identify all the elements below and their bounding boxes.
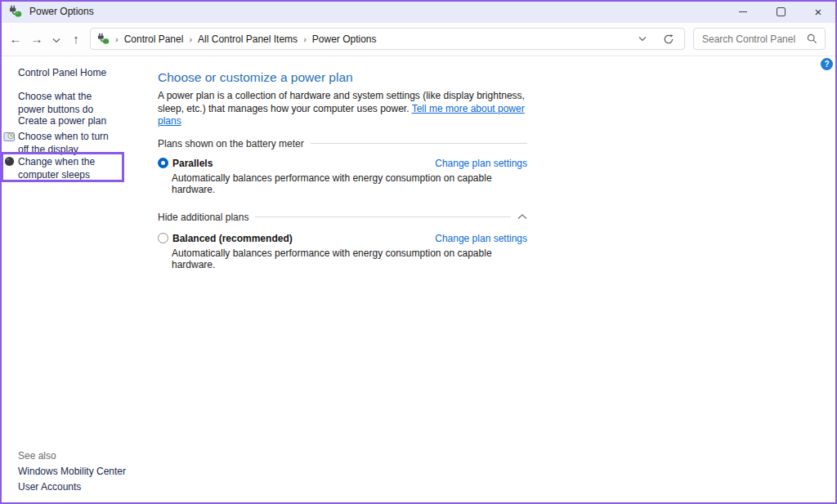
title-bar: Power Options × xyxy=(0,0,837,23)
window-title: Power Options xyxy=(29,6,94,17)
sidebar-item-windows-mobility-center[interactable]: Windows Mobility Center xyxy=(18,465,126,478)
minimize-icon xyxy=(739,11,747,12)
search-input[interactable] xyxy=(694,33,803,45)
plan-name: Balanced (recommended) xyxy=(172,233,293,244)
refresh-icon[interactable] xyxy=(663,33,674,45)
plan-description: Automatically balances performance with … xyxy=(172,172,527,195)
page-title: Choose or customize a power plan xyxy=(158,70,527,85)
address-dropdown-chevron-icon[interactable] xyxy=(638,36,647,42)
group-divider xyxy=(311,143,527,144)
breadcrumb[interactable]: › Control Panel › All Control Panel Item… xyxy=(90,28,685,50)
hide-additional-plans-label[interactable]: Hide additional plans xyxy=(158,212,248,223)
breadcrumb-item-control-panel[interactable]: Control Panel xyxy=(124,33,184,45)
search-icon[interactable] xyxy=(807,33,817,44)
back-button[interactable]: ← xyxy=(5,32,26,46)
chevron-up-icon[interactable] xyxy=(517,214,527,220)
battery-meter-group-label: Plans shown on the battery meter xyxy=(158,138,304,149)
plan-row-parallels: Parallels Change plan settings xyxy=(158,158,527,169)
up-button[interactable]: ↑ xyxy=(65,32,87,46)
parallels-radio[interactable] xyxy=(158,158,168,168)
sidebar-item-create-power-plan[interactable]: Create a power plan xyxy=(18,114,106,127)
power-options-icon xyxy=(9,5,22,18)
sidebar-item-power-buttons[interactable]: Choose what the power buttons do xyxy=(18,90,110,116)
help-icon[interactable]: ? xyxy=(821,58,833,70)
maximize-icon xyxy=(777,7,786,16)
search-box xyxy=(693,28,826,50)
forward-button[interactable]: → xyxy=(26,32,47,46)
breadcrumb-separator: › xyxy=(189,34,192,44)
group-divider xyxy=(255,216,511,217)
breadcrumb-item-all-control-panel-items[interactable]: All Control Panel Items xyxy=(198,33,298,45)
sidebar-item-control-panel-home[interactable]: Control Panel Home xyxy=(18,66,106,79)
change-plan-settings-link-balanced[interactable]: Change plan settings xyxy=(435,233,527,244)
sidebar-item-user-accounts[interactable]: User Accounts xyxy=(18,480,81,493)
breadcrumb-app-icon xyxy=(97,33,110,45)
breadcrumb-item-power-options[interactable]: Power Options xyxy=(312,33,377,45)
battery-meter-group-header: Plans shown on the battery meter xyxy=(158,138,527,149)
breadcrumb-separator: › xyxy=(115,34,119,44)
recent-locations-chevron-icon[interactable] xyxy=(47,32,65,46)
plan-name: Parallels xyxy=(172,158,213,169)
intro-text: A power plan is a collection of hardware… xyxy=(158,90,527,128)
navigation-bar: ← → ↑ › Control Panel › All Control Pane… xyxy=(0,23,837,56)
plan-description: Automatically balances performance with … xyxy=(172,248,527,270)
annotation-highlight-box xyxy=(1,152,124,182)
maximize-button[interactable] xyxy=(762,0,799,23)
power-options-window: Power Options × ← → ↑ xyxy=(0,0,837,504)
close-icon: × xyxy=(815,6,822,18)
plan-row-balanced: Balanced (recommended) Change plan setti… xyxy=(158,233,527,244)
main-content: Choose or customize a power plan A power… xyxy=(158,70,527,270)
clock-display-icon xyxy=(3,131,16,143)
minimize-button[interactable] xyxy=(724,0,762,23)
see-also-heading: See also xyxy=(18,450,56,462)
balanced-radio[interactable] xyxy=(158,233,168,243)
breadcrumb-separator: › xyxy=(303,34,307,44)
additional-plans-group-header: Hide additional plans xyxy=(158,212,527,223)
change-plan-settings-link-parallels[interactable]: Change plan settings xyxy=(435,158,527,169)
close-button[interactable]: × xyxy=(799,0,837,23)
